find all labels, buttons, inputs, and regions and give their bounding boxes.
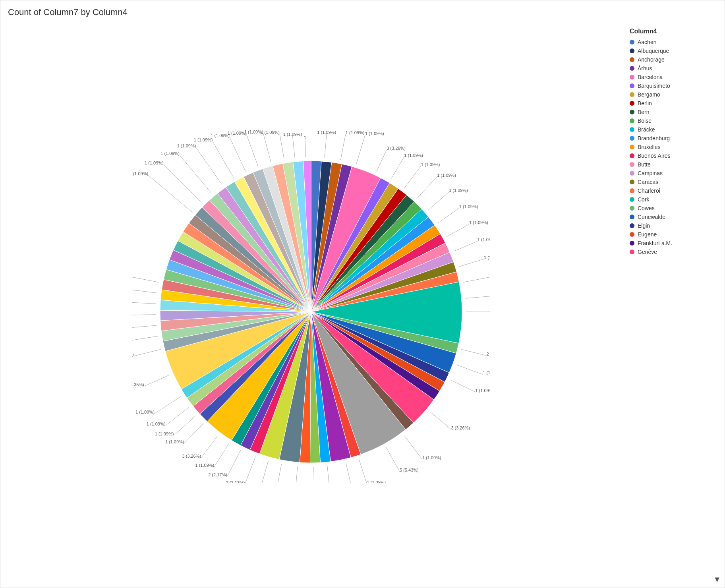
legend-label: Aachen [638,39,656,45]
legend-item: Barcelona [630,74,721,80]
pie-label: 1 (1.09%) [155,431,174,436]
svg-line-10 [148,175,192,212]
legend-color-dot [630,232,634,237]
svg-line-42 [201,435,218,458]
svg-line-24 [465,296,489,298]
legend-title: Column4 [630,28,721,35]
pie-label: 1 (1.09%) [475,388,490,393]
svg-line-54 [132,277,159,282]
legend-color-dot [630,180,634,184]
legend-label: Cunewalde [638,214,665,220]
legend-color-dot [630,40,634,44]
legend-item: Charleroi [630,188,721,194]
svg-line-11 [324,134,326,158]
pie-label: 1 (1.09%) [283,132,302,137]
legend-item: Brandenburg [630,135,721,141]
pie-label: 1 (1.09%) [177,143,196,148]
svg-line-36 [295,466,297,483]
pie-label: 2 (2.17%) [208,472,227,477]
pie-label: 3 (3.26%) [387,146,406,151]
legend-items: AachenAlbuquerqueAnchorageÅrhusBarcelona… [630,39,721,257]
legend-color-dot [630,162,634,167]
pie-label: 1 (1.09%) [135,410,155,414]
pie-label: 1 (1.09%) [469,220,488,225]
legend-color-dot [630,75,634,79]
legend-label: Barquisimeto [638,83,670,89]
pie-label: 1 (1.09%) [459,204,478,209]
legend-color-dot [630,250,634,254]
svg-line-22 [459,259,483,267]
legend-item: Bergamo [630,91,721,98]
legend-item: Bräcke [630,126,721,133]
legend-label: Eugene [638,231,657,238]
legend-label: Bergamo [638,91,660,98]
svg-line-51 [132,315,156,315]
pie-label: 1 (1.09%) [437,173,456,178]
svg-line-4 [246,135,258,166]
legend-label: Buenos Aires [638,153,671,159]
svg-line-37 [276,464,281,483]
svg-line-39 [245,456,255,483]
legend-label: Århus [638,65,652,72]
legend-label: Genève [638,249,657,255]
pie-label: 1 (1.09%) [483,370,490,375]
svg-line-6 [213,141,234,178]
pie-label: 1 (1.09%) [193,137,213,142]
legend-color-dot [630,145,634,149]
svg-line-18 [428,192,449,210]
legend-label: Brandenburg [638,135,670,141]
pie-label: 1 (1.09%) [165,439,184,444]
legend-label: Butte [638,161,651,168]
pie-label: 3 (3.26%) [451,426,470,430]
legend-label: Barcelona [638,74,663,80]
pie-label: 1 (1.09%) [160,151,180,156]
pie-label: 1 (1.09%) [404,153,423,158]
legend-color-dot [630,48,634,53]
legend-item: Caracas [630,179,721,185]
pie-label: 1 (1.09%) [227,131,246,135]
pie-label: 4 (4.35%) [132,382,144,387]
svg-line-16 [404,166,421,188]
main-container: 11 (1.09%)1 (1.09%)1 (1.09%)1 (1.09%)1 (… [0,20,725,588]
legend-item: Bern [630,109,721,115]
legend-color-dot [630,66,634,71]
svg-line-50 [132,325,157,328]
legend-color-dot [630,57,634,62]
svg-line-13 [356,135,365,164]
scroll-down-arrow[interactable]: ▼ [713,575,721,584]
svg-line-12 [340,134,345,160]
legend-label: Albuquerque [638,48,669,54]
pie-label: 1 (1.09%) [195,463,214,468]
pie-label: 1 (1.09%) [365,131,384,136]
legend-item: Campinas [630,170,721,176]
svg-line-17 [416,177,437,199]
pie-label: 1 (1.09%) [484,255,490,260]
legend-label: Berlin [638,100,652,106]
legend-label: Charleroi [638,188,660,194]
svg-line-23 [463,277,489,282]
legend-label: Cowes [638,205,655,211]
svg-line-28 [450,380,475,392]
pie-svg-container: 11 (1.09%)1 (1.09%)1 (1.09%)1 (1.09%)1 (… [132,125,490,483]
legend-label: Bruxelles [638,144,661,150]
svg-line-30 [404,435,422,459]
pie-label: 1 (1.09%) [317,130,336,135]
svg-line-19 [438,208,459,223]
svg-line-46 [154,396,181,414]
pie-label: 2 (2.17%) [226,480,245,483]
svg-line-32 [359,459,367,483]
pie-label: 1 [304,135,306,140]
legend-color-dot [630,92,634,97]
legend-item: Eugene [630,231,721,238]
pie-label: 1 (1.09%) [132,171,148,176]
svg-line-2 [279,134,284,159]
pie-area: 11 (1.09%)1 (1.09%)1 (1.09%)1 (1.09%)1 (… [0,20,622,588]
pie-label: 1 (1.09%) [345,130,364,135]
legend-item: Frankfurt a.M. [630,240,721,246]
legend-color-dot [630,223,634,228]
svg-line-41 [214,443,229,467]
pie-label: 5 (5.43%) [400,468,419,472]
svg-line-33 [346,463,352,483]
legend-color-dot [630,127,634,132]
svg-line-0 [305,139,305,157]
